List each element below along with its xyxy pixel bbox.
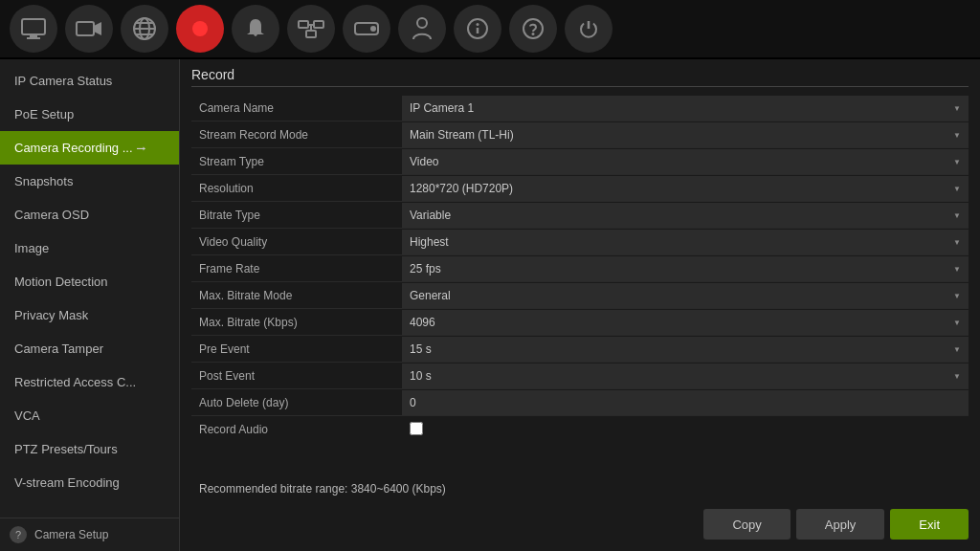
sidebar-item-vca[interactable]: VCA <box>0 399 179 432</box>
field-record-audio: Record Audio <box>191 416 969 443</box>
label-bitrate-type: Bitrate Type <box>191 205 402 226</box>
label-frame-rate: Frame Rate <box>191 258 402 279</box>
network2-icon[interactable] <box>287 5 335 53</box>
svg-marker-4 <box>94 22 101 35</box>
sidebar-item-snapshots[interactable]: Snapshots <box>0 165 179 198</box>
select-wrapper-camera-name: IP Camera 1 <box>402 96 969 121</box>
svg-point-21 <box>477 23 479 26</box>
sidebar-item-restricted-access[interactable]: Restricted Access C... <box>0 365 179 399</box>
svg-point-17 <box>370 26 376 32</box>
sidebar-help-icon[interactable]: ? <box>10 526 27 543</box>
sidebar-item-camera-recording[interactable]: Camera Recording ... 🠖 <box>0 131 179 165</box>
power-icon[interactable] <box>565 5 612 53</box>
field-max-bitrate-kbps: Max. Bitrate (Kbps) 4096 <box>191 309 969 336</box>
svg-point-10 <box>192 21 208 36</box>
label-record-audio: Record Audio <box>191 419 402 440</box>
label-resolution: Resolution <box>191 178 402 199</box>
camera-icon[interactable] <box>65 5 113 53</box>
info-icon[interactable] <box>454 5 501 53</box>
bell-icon[interactable] <box>232 5 279 53</box>
resolution-select[interactable]: 1280*720 (HD720P) <box>402 176 969 201</box>
field-auto-delete: Auto Delete (day) 0 <box>191 389 969 416</box>
action-buttons: Copy Apply Exit <box>191 503 969 543</box>
video-quality-select[interactable]: Highest <box>402 230 969 254</box>
label-max-bitrate-mode: Max. Bitrate Mode <box>191 285 402 306</box>
sidebar-item-camera-tamper[interactable]: Camera Tamper <box>0 332 179 365</box>
label-camera-name: Camera Name <box>191 98 402 119</box>
exit-button[interactable]: Exit <box>890 509 969 540</box>
field-camera-name: Camera Name IP Camera 1 <box>191 95 969 121</box>
value-camera-name: IP Camera 1 <box>402 96 969 121</box>
label-video-quality: Video Quality <box>191 231 402 253</box>
sidebar-item-privacy-mask[interactable]: Privacy Mask <box>0 298 179 332</box>
person-icon[interactable] <box>398 5 446 53</box>
monitor-icon[interactable] <box>10 5 57 53</box>
svg-rect-3 <box>77 22 94 35</box>
value-stream-record-mode: Main Stream (TL-Hi) <box>402 122 969 147</box>
form-table: Camera Name IP Camera 1 Stream Record Mo… <box>191 95 969 474</box>
record-audio-checkbox[interactable] <box>410 422 423 435</box>
frame-rate-select[interactable]: 25 fps <box>402 256 969 281</box>
field-bitrate-type: Bitrate Type Variable <box>191 202 969 229</box>
field-resolution: Resolution 1280*720 (HD720P) <box>191 175 969 202</box>
max-bitrate-kbps-select[interactable]: 4096 <box>402 310 969 335</box>
record-icon[interactable] <box>176 5 224 53</box>
stream-record-mode-select[interactable]: Main Stream (TL-Hi) <box>402 122 969 147</box>
svg-rect-1 <box>30 34 37 37</box>
auto-delete-value: 0 <box>402 390 969 415</box>
camera-name-select[interactable]: IP Camera 1 <box>402 96 969 121</box>
field-max-bitrate-mode: Max. Bitrate Mode General <box>191 282 969 309</box>
label-stream-record-mode: Stream Record Mode <box>191 124 402 145</box>
label-max-bitrate-kbps: Max. Bitrate (Kbps) <box>191 312 402 333</box>
sidebar-item-camera-osd[interactable]: Camera OSD <box>0 198 179 231</box>
svg-point-23 <box>532 33 535 35</box>
sidebar-bottom: ? Camera Setup <box>0 518 179 551</box>
network-icon[interactable] <box>121 5 168 53</box>
post-event-select[interactable]: 10 s <box>402 364 969 388</box>
field-pre-event: Pre Event 15 s <box>191 336 969 363</box>
label-auto-delete: Auto Delete (day) <box>191 392 402 413</box>
page-title: Record <box>191 67 969 87</box>
sidebar-item-ptz-presets[interactable]: PTZ Presets/Tours <box>0 432 179 466</box>
field-stream-type: Stream Type Video <box>191 148 969 175</box>
max-bitrate-mode-select[interactable]: General <box>402 283 969 308</box>
field-post-event: Post Event 10 s <box>191 363 969 389</box>
label-post-event: Post Event <box>191 365 402 386</box>
bitrate-recommendation: Recommended bitrate range: 3840~6400 (Kb… <box>191 474 969 503</box>
content-area: Record Camera Name IP Camera 1 Stream Re… <box>180 59 980 551</box>
main-layout: IP Camera Status PoE Setup Camera Record… <box>0 59 980 551</box>
cursor-indicator: 🠖 <box>136 143 145 154</box>
field-video-quality: Video Quality Highest <box>191 229 969 255</box>
label-stream-type: Stream Type <box>191 151 402 172</box>
sidebar-item-ip-camera-status[interactable]: IP Camera Status <box>0 64 179 98</box>
svg-rect-11 <box>299 21 308 28</box>
sidebar-item-vstream-encoding[interactable]: V-stream Encoding <box>0 466 179 499</box>
field-frame-rate: Frame Rate 25 fps <box>191 255 969 282</box>
stream-type-select[interactable]: Video <box>402 149 969 174</box>
svg-point-18 <box>417 18 427 28</box>
label-pre-event: Pre Event <box>191 339 402 360</box>
sidebar-item-poe-setup[interactable]: PoE Setup <box>0 98 179 131</box>
sidebar-item-motion-detection[interactable]: Motion Detection <box>0 265 179 298</box>
pre-event-select[interactable]: 15 s <box>402 337 969 362</box>
help-icon[interactable] <box>509 5 557 53</box>
hdd-icon[interactable] <box>343 5 390 53</box>
toolbar <box>0 0 980 59</box>
sidebar: IP Camera Status PoE Setup Camera Record… <box>0 59 180 551</box>
svg-rect-13 <box>306 31 316 37</box>
svg-rect-0 <box>22 19 45 34</box>
svg-rect-12 <box>314 21 323 28</box>
sidebar-item-image[interactable]: Image <box>0 231 179 265</box>
svg-rect-2 <box>27 37 40 39</box>
copy-button[interactable]: Copy <box>703 509 790 540</box>
bitrate-type-select[interactable]: Variable <box>402 203 969 228</box>
apply-button[interactable]: Apply <box>796 509 885 540</box>
sidebar-bottom-label: Camera Setup <box>34 528 108 541</box>
field-stream-record-mode: Stream Record Mode Main Stream (TL-Hi) <box>191 121 969 148</box>
record-audio-checkbox-wrapper <box>402 418 431 442</box>
